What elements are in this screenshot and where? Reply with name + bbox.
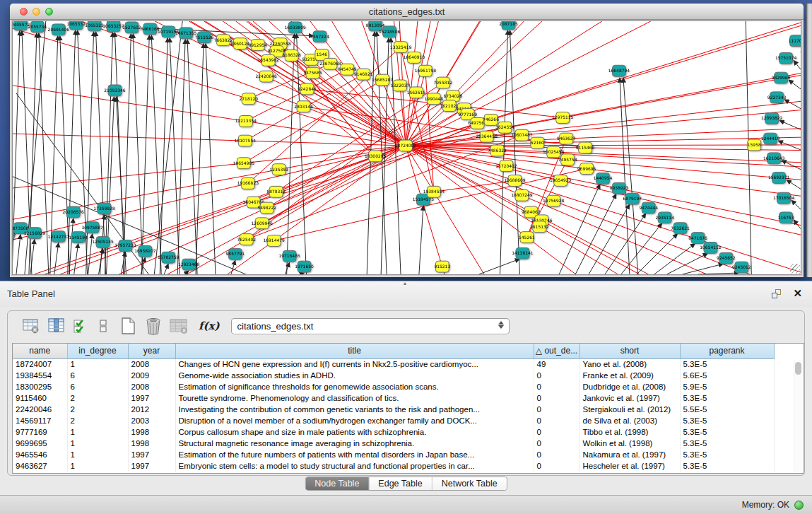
graph-edge[interactable]: [16, 235, 20, 274]
table-row[interactable]: 977716911998Corpus callosum shape and si…: [13, 426, 774, 438]
column-header-short[interactable]: short: [579, 344, 680, 358]
graph-edge[interactable]: [559, 184, 600, 274]
graph-node[interactable]: 8471676: [688, 233, 707, 244]
table-cell[interactable]: 2012: [128, 404, 175, 415]
delete-table-icon-disabled[interactable]: [169, 317, 189, 335]
table-cell[interactable]: 6: [67, 381, 128, 392]
close-panel-icon[interactable]: ✕: [793, 287, 802, 300]
float-panel-icon[interactable]: [772, 289, 782, 299]
graph-node[interactable]: 1065325: [85, 21, 104, 31]
graph-node[interactable]: 8186328: [282, 50, 301, 62]
graph-node[interactable]: 7495758: [558, 154, 577, 165]
graph-node[interactable]: 21053346: [104, 85, 126, 96]
graph-node[interactable]: 3375685: [303, 67, 322, 78]
table-cell[interactable]: 2008: [128, 381, 175, 392]
graph-edge[interactable]: [406, 146, 801, 272]
table-row[interactable]: 911546021997Tourette syndrome. Phenomeno…: [13, 392, 774, 404]
graph-node[interactable]: 1065332: [66, 21, 86, 30]
graph-edge[interactable]: [406, 146, 801, 167]
table-cell[interactable]: 5.3E-5: [680, 415, 774, 426]
table-row[interactable]: 1872400712008Changes of HCN gene express…: [13, 358, 774, 370]
trash-icon[interactable]: [143, 316, 163, 336]
column-header-out_de[interactable]: △ out_de...: [534, 344, 579, 358]
graph-edge[interactable]: [13, 86, 406, 146]
graph-edge[interactable]: [792, 200, 801, 209]
graph-node[interactable]: 8466160: [141, 23, 160, 35]
table-cell[interactable]: 1997: [128, 460, 175, 472]
graph-node[interactable]: 18807249: [511, 189, 533, 201]
table-cell[interactable]: 0: [534, 438, 579, 449]
table-cell[interactable]: Tourette syndrome. Phenomenology and cla…: [175, 392, 534, 404]
graph-node[interactable]: 19716485: [278, 250, 300, 262]
table-row[interactable]: 946362711997Embryonic stem cells: a mode…: [13, 460, 774, 472]
graph-edge[interactable]: [794, 60, 801, 69]
graph-node[interactable]: 7515526: [195, 32, 214, 43]
graph-node[interactable]: 111702: [789, 35, 801, 47]
adjacent-window-edge[interactable]: [806, 4, 812, 277]
window-titlebar[interactable]: citations_edges.txt: [10, 4, 804, 20]
table-cell[interactable]: 0: [534, 460, 579, 472]
graph-node[interactable]: 16033809: [284, 22, 306, 33]
graph-node[interactable]: 1527602: [122, 22, 141, 33]
table-cell[interactable]: 5.3E-5: [680, 460, 774, 472]
graph-node[interactable]: 13325419: [390, 42, 412, 53]
graph-edge[interactable]: [419, 206, 423, 274]
network-file-select[interactable]: citations_edges.txt: [231, 318, 510, 334]
graph-node[interactable]: 6879197: [623, 193, 642, 204]
table-row[interactable]: 1456911722003Disruption of a novel membe…: [13, 415, 774, 426]
graph-node[interactable]: 18640910: [404, 52, 425, 64]
table-cell[interactable]: 1997: [128, 392, 175, 404]
graph-edge[interactable]: [784, 100, 801, 109]
graph-node[interactable]: 15692971: [768, 173, 790, 184]
graph-node[interactable]: 1440954: [594, 173, 613, 185]
column-header-name[interactable]: name: [13, 344, 67, 358]
graph-edge[interactable]: [782, 160, 801, 170]
graph-node[interactable]: 9699695: [577, 163, 596, 175]
table-scrollbar-thumb[interactable]: [795, 362, 801, 375]
tab-node-table[interactable]: Node Table: [305, 477, 369, 490]
graph-node[interactable]: 10654112: [700, 243, 722, 254]
panel-splitter-grip[interactable]: ▲: [400, 281, 410, 285]
table-cell[interactable]: 0: [534, 426, 579, 438]
graph-edge[interactable]: [623, 78, 638, 274]
table-cell[interactable]: Stergiakouli et al. (2012): [579, 404, 680, 415]
graph-node[interactable]: 116753: [778, 212, 794, 223]
table-cell[interactable]: 2: [67, 415, 128, 426]
graph-edge[interactable]: [196, 44, 204, 274]
graph-node[interactable]: 9115460: [576, 142, 595, 153]
graph-node[interactable]: 7557224: [310, 31, 329, 42]
table-cell[interactable]: Tibbo et al. (1998): [579, 426, 680, 438]
table-row[interactable]: 1830029562008Estimation of significance …: [13, 381, 774, 392]
graph-node[interactable]: 5498222: [257, 202, 276, 214]
graph-node[interactable]: 17016504: [773, 192, 795, 204]
minimize-window-button[interactable]: [33, 8, 40, 16]
table-cell[interactable]: Hescheler et al. (1997): [579, 460, 680, 472]
table-cell[interactable]: 9777169: [13, 426, 67, 438]
graph-node[interactable]: 2055734: [28, 21, 47, 33]
graph-edge[interactable]: [479, 259, 520, 274]
graph-edge[interactable]: [262, 109, 464, 223]
table-cell[interactable]: Estimation of significance thresholds fo…: [175, 381, 534, 392]
table-cell[interactable]: Jankovic et al. (1997): [579, 392, 680, 404]
graph-edge[interactable]: [164, 264, 168, 274]
graph-edge[interactable]: [787, 180, 801, 189]
table-cell[interactable]: 22420046: [13, 404, 67, 415]
table-settings-icon[interactable]: [22, 317, 40, 335]
table-cell[interactable]: 1: [67, 438, 128, 449]
graph-node[interactable]: 8860124: [231, 38, 250, 49]
graph-node[interactable]: 19756928: [543, 195, 565, 206]
graph-edge[interactable]: [654, 243, 695, 274]
table-cell[interactable]: 9463627: [13, 460, 67, 472]
graph-edge[interactable]: [667, 253, 708, 274]
window-resize-grip[interactable]: [790, 264, 800, 274]
graph-node[interactable]: 2803144: [294, 101, 313, 112]
graph-edge[interactable]: [300, 273, 305, 274]
graph-edge[interactable]: [170, 38, 180, 274]
graph-node[interactable]: 9245012: [732, 262, 751, 273]
table-cell[interactable]: Dudbridge et al. (2008): [579, 381, 680, 392]
table-row[interactable]: 946554611997Estimation of the future num…: [13, 449, 774, 460]
graph-node[interactable]: 746266: [483, 115, 499, 126]
graph-node[interactable]: 1562615: [407, 87, 426, 98]
graph-node[interactable]: 9474444: [639, 202, 658, 214]
graph-node[interactable]: 14136141: [512, 247, 534, 259]
